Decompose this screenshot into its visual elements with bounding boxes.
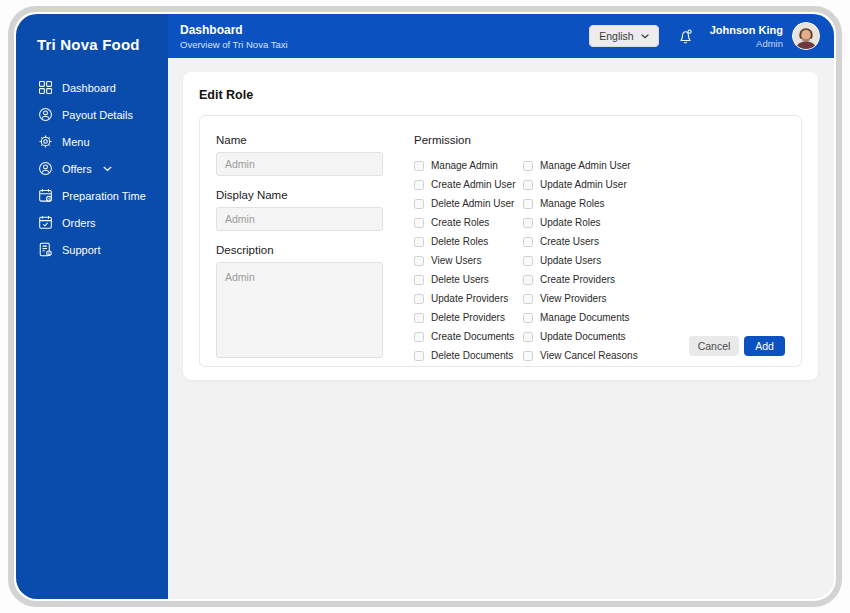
bell-icon[interactable] xyxy=(677,28,694,45)
user-name: Johnson King xyxy=(710,24,783,36)
sidebar-item-payout-details[interactable]: Payout Details xyxy=(16,101,168,128)
sidebar-item-label: Support xyxy=(62,244,101,256)
chevron-down-icon xyxy=(103,166,112,172)
checkbox-view-providers[interactable]: View Providers xyxy=(523,289,703,308)
display-name-label: Display Name xyxy=(216,189,383,201)
user-circle-icon xyxy=(38,107,53,122)
avatar[interactable] xyxy=(792,22,820,50)
dashboard-grid-icon xyxy=(38,80,53,95)
add-button[interactable]: Add xyxy=(744,336,785,356)
edit-role-card: Edit Role Name Display Name Description … xyxy=(183,72,818,380)
checkbox-label: Update Users xyxy=(540,255,601,266)
checkbox-manage-admin-user[interactable]: Manage Admin User xyxy=(523,156,703,175)
document-badge-icon xyxy=(38,242,53,257)
permission-grid: Manage Admin Manage Admin User Create Ad… xyxy=(414,156,785,365)
content-area: Edit Role Name Display Name Description … xyxy=(168,58,834,599)
checkbox-icon xyxy=(414,237,424,247)
sidebar-item-label: Payout Details xyxy=(62,109,133,121)
checkbox-icon xyxy=(523,218,533,228)
checkbox-label: Manage Admin User xyxy=(540,160,631,171)
checkbox-manage-documents[interactable]: Manage Documents xyxy=(523,308,703,327)
sidebar: Tri Nova Food Dashboard Payout Details M… xyxy=(16,14,168,599)
language-selector[interactable]: English xyxy=(589,25,658,47)
checkbox-create-users[interactable]: Create Users xyxy=(523,232,703,251)
checkbox-icon xyxy=(523,237,533,247)
checkbox-delete-users[interactable]: Delete Users xyxy=(414,270,523,289)
checkbox-create-providers[interactable]: Create Providers xyxy=(523,270,703,289)
checkbox-icon xyxy=(523,351,533,361)
checkbox-manage-admin[interactable]: Manage Admin xyxy=(414,156,523,175)
form-actions: Cancel Add xyxy=(689,336,785,356)
checkbox-create-admin-user[interactable]: Create Admin User xyxy=(414,175,523,194)
checkbox-icon xyxy=(523,313,533,323)
checkbox-label: Delete Documents xyxy=(431,350,513,361)
checkbox-label: Create Admin User xyxy=(431,179,515,190)
sidebar-item-label: Orders xyxy=(62,217,96,229)
gear-icon xyxy=(38,134,53,149)
main-area: Dashboard Overview of Tri Nova Taxi Engl… xyxy=(168,14,834,599)
checkbox-label: Delete Users xyxy=(431,274,489,285)
sidebar-item-label: Preparation Time xyxy=(62,190,146,202)
form-column: Name Display Name Description Admin xyxy=(216,134,383,348)
page-title: Edit Role xyxy=(199,88,802,102)
checkbox-update-roles[interactable]: Update Roles xyxy=(523,213,703,232)
sidebar-item-support[interactable]: Support xyxy=(16,236,168,263)
sidebar-item-preparation-time[interactable]: Preparation Time xyxy=(16,182,168,209)
checkbox-manage-roles[interactable]: Manage Roles xyxy=(523,194,703,213)
sidebar-item-menu[interactable]: Menu xyxy=(16,128,168,155)
checkbox-label: Delete Roles xyxy=(431,236,488,247)
checkbox-icon xyxy=(523,332,533,342)
description-label: Description xyxy=(216,244,383,256)
checkbox-icon xyxy=(414,180,424,190)
checkbox-create-documents[interactable]: Create Documents xyxy=(414,327,523,346)
checkbox-label: Manage Admin xyxy=(431,160,498,171)
checkbox-label: View Providers xyxy=(540,293,607,304)
checkbox-delete-admin-user[interactable]: Delete Admin User xyxy=(414,194,523,213)
cancel-button[interactable]: Cancel xyxy=(689,336,739,356)
language-value: English xyxy=(599,30,633,42)
checkbox-icon xyxy=(414,351,424,361)
checkbox-delete-documents[interactable]: Delete Documents xyxy=(414,346,523,365)
sidebar-item-orders[interactable]: Orders xyxy=(16,209,168,236)
sidebar-item-offers[interactable]: Offers xyxy=(16,155,168,182)
checkbox-label: Create Providers xyxy=(540,274,615,285)
checkbox-create-roles[interactable]: Create Roles xyxy=(414,213,523,232)
checkbox-delete-providers[interactable]: Delete Providers xyxy=(414,308,523,327)
checkbox-label: Update Admin User xyxy=(540,179,627,190)
edit-role-panel: Name Display Name Description Admin Perm… xyxy=(199,115,802,367)
app-window: Tri Nova Food Dashboard Payout Details M… xyxy=(8,6,842,607)
sidebar-item-label: Dashboard xyxy=(62,82,116,94)
checkbox-update-providers[interactable]: Update Providers xyxy=(414,289,523,308)
checkbox-icon xyxy=(523,294,533,304)
permission-title: Permission xyxy=(414,134,785,146)
checkbox-label: Update Documents xyxy=(540,331,626,342)
checkbox-delete-roles[interactable]: Delete Roles xyxy=(414,232,523,251)
checkbox-label: Delete Admin User xyxy=(431,198,514,209)
display-name-input[interactable] xyxy=(216,207,383,231)
app-frame: Tri Nova Food Dashboard Payout Details M… xyxy=(16,14,834,599)
checkbox-update-documents[interactable]: Update Documents xyxy=(523,327,703,346)
checkbox-view-users[interactable]: View Users xyxy=(414,251,523,270)
permissions-column: Permission Manage Admin Manage Admin Use… xyxy=(414,134,785,348)
checkbox-icon xyxy=(414,218,424,228)
description-textarea[interactable]: Admin xyxy=(216,262,383,358)
checkbox-icon xyxy=(523,199,533,209)
page-header-subtitle: Overview of Tri Nova Taxi xyxy=(180,39,288,50)
checkbox-icon xyxy=(414,294,424,304)
checkbox-label: Update Providers xyxy=(431,293,508,304)
name-input[interactable] xyxy=(216,152,383,176)
user-info: Johnson King Admin xyxy=(710,24,783,49)
brand-title: Tri Nova Food xyxy=(16,30,168,64)
checkbox-update-admin-user[interactable]: Update Admin User xyxy=(523,175,703,194)
checkbox-label: Create Users xyxy=(540,236,599,247)
sidebar-item-dashboard[interactable]: Dashboard xyxy=(16,74,168,101)
checkbox-view-cancel-reasons[interactable]: View Cancel Reasons xyxy=(523,346,703,365)
top-header: Dashboard Overview of Tri Nova Taxi Engl… xyxy=(168,14,834,58)
chevron-down-icon xyxy=(641,34,649,39)
page-header-title: Dashboard xyxy=(180,23,288,37)
user-role: Admin xyxy=(710,38,783,49)
checkbox-label: Manage Roles xyxy=(540,198,604,209)
checkbox-label: Create Documents xyxy=(431,331,514,342)
checkbox-update-users[interactable]: Update Users xyxy=(523,251,703,270)
checkbox-icon xyxy=(523,256,533,266)
